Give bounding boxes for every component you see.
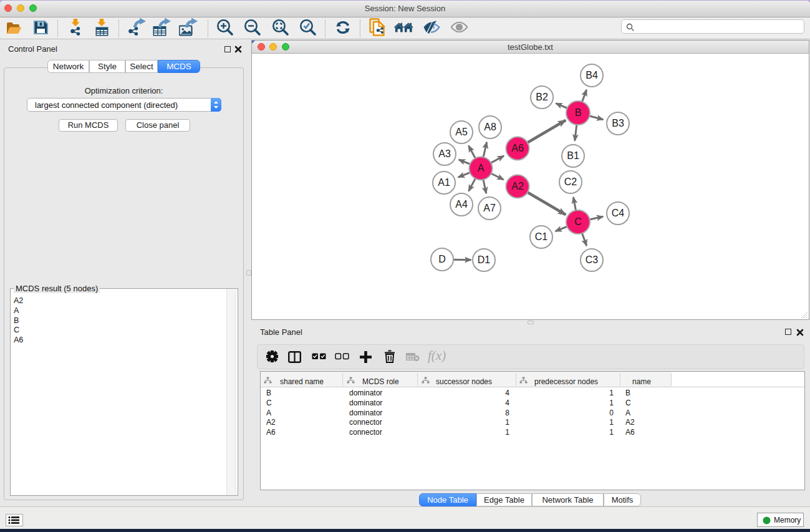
svg-text:B: B [575,107,582,118]
svg-text:B3: B3 [612,118,624,128]
svg-text:A2: A2 [511,181,524,191]
svg-text:A6: A6 [511,143,524,153]
svg-text:A: A [478,163,485,173]
svg-text:C: C [574,216,582,227]
svg-text:A5: A5 [455,127,468,137]
svg-text:A1: A1 [438,177,450,188]
svg-text:D1: D1 [478,254,491,265]
svg-text:A4: A4 [455,199,468,210]
svg-text:B4: B4 [586,70,598,80]
svg-text:A3: A3 [438,148,451,159]
svg-text:B1: B1 [567,150,579,161]
svg-text:C2: C2 [564,177,577,187]
svg-text:C1: C1 [535,231,548,242]
svg-text:C3: C3 [586,254,599,265]
svg-text:B2: B2 [536,92,548,102]
svg-text:C4: C4 [612,208,625,218]
svg-text:A7: A7 [483,203,496,213]
svg-text:D: D [438,254,446,264]
svg-text:A8: A8 [484,122,496,132]
